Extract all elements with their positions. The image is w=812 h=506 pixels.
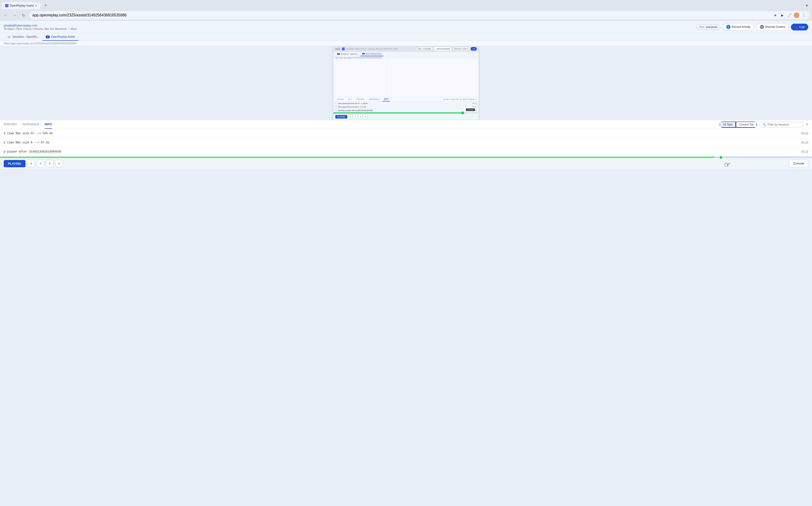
nested-tab-bar: 1 Sessions · OpenRe... 2 OpenReplay Assi… xyxy=(333,52,479,57)
url-text: app.openreplay.com/2325/assist/314925643… xyxy=(32,13,127,17)
nested-ctrl-btn-3[interactable]: + xyxy=(359,114,363,119)
nested-panels xyxy=(333,59,479,97)
inner-url-bar: https://app.openreplay.com/2325/assist/3… xyxy=(0,41,812,46)
main-playing-button[interactable]: PLAYING xyxy=(4,160,25,167)
nested-console: Console ALL ERRORS WARNINGS INFO All Tab… xyxy=(333,97,479,112)
console-tabs-bar: ERRORS WARNINGS INFO All Tabs Current Ta… xyxy=(0,120,812,129)
console-tab-warnings[interactable]: WARNINGS xyxy=(22,120,39,129)
headset-icon: 🎧 xyxy=(795,25,798,29)
forward-button[interactable]: → xyxy=(11,12,18,18)
inner-tab-sessions[interactable]: 1 Sessions · OpenRe... xyxy=(4,33,42,41)
nested-panel-right xyxy=(387,59,479,97)
plan-badge: Plan enterprise xyxy=(696,24,720,29)
bookmark-icon[interactable]: ★ xyxy=(773,13,778,18)
console-right-controls: All Tabs Current Tab 🔍 × xyxy=(719,121,808,128)
user-email: ghaida@openreplay.com xyxy=(4,24,696,27)
menu-button[interactable]: ⋮ xyxy=(801,13,806,18)
nested-console-tab-bar: Console ALL ERRORS WARNINGS INFO All Tab… xyxy=(333,97,479,102)
console-popup-button[interactable]: Console xyxy=(789,160,808,167)
profile-avatar[interactable] xyxy=(794,12,799,18)
new-tab-button[interactable]: + xyxy=(41,1,50,10)
nested-filter-all-tabs[interactable]: All Tabs xyxy=(443,98,449,100)
log-time-3: 65:22 xyxy=(801,150,808,153)
console-filter-input-wrapper[interactable]: 🔍 xyxy=(759,122,803,128)
bottom-controls-bar: PLAYING + + + + Console ☞ xyxy=(0,157,812,169)
nested-filter-search-icon: 🔍 xyxy=(460,98,462,100)
nested-session-preview: Back 10:18am · Paris, France · Chrome, M… xyxy=(333,46,479,120)
nested-ctrl-btn-1[interactable]: + xyxy=(348,114,352,119)
console-tab-errors[interactable]: ERRORS xyxy=(4,120,17,129)
nested-tab-assist[interactable]: 2 OpenReplay Assist xyxy=(360,52,384,56)
extensions-icon[interactable]: 🧷 xyxy=(787,13,792,18)
remote-icon: ⊡ xyxy=(760,25,764,29)
address-bar[interactable]: app.openreplay.com/2325/assist/314925643… xyxy=(29,11,810,19)
user-info: ghaida@openreplay.com 10:18am • Paris, F… xyxy=(4,24,696,30)
log-text-2: k time 0ms size 6 --> 67 kb xyxy=(4,141,801,144)
nested-user-meta: 10:18am · Paris, France · Chrome, Mac OS… xyxy=(346,48,414,50)
user-meta: 10:18am • Paris, France • Chrome, Mac OS… xyxy=(4,27,696,30)
nested-remote-button[interactable]: Remote Control xyxy=(453,47,469,51)
main-controls-row: PLAYING + + + + xyxy=(0,158,812,169)
nested-tab-sessions[interactable]: 1 Sessions · OpenRe... xyxy=(335,52,360,56)
nested-console-filter: All Tabs Current Tab 🔍 Filter by keyword… xyxy=(443,98,477,100)
plan-value: enterprise xyxy=(706,25,717,28)
nested-record-button[interactable]: ● Record Activity xyxy=(434,47,451,51)
nested-tab-errors[interactable]: ERRORS xyxy=(355,97,366,101)
back-button[interactable]: ← xyxy=(2,12,9,18)
nested-tab-warnings[interactable]: WARNINGS xyxy=(368,97,381,101)
tab-dropdown-button[interactable]: ▾ xyxy=(804,2,810,9)
nested-ctrl-btn-2[interactable]: + xyxy=(353,114,358,119)
nested-call-button[interactable]: Call xyxy=(471,47,477,51)
app-header: ghaida@openreplay.com 10:18am • Paris, F… xyxy=(0,21,812,33)
tab-favicon xyxy=(5,4,8,7)
main-ctrl-btn-4[interactable]: + xyxy=(56,160,63,167)
assist-tab-num: 2 xyxy=(46,35,50,38)
nested-filter-keyword: Filter by keyword xyxy=(463,98,475,100)
log-time-1: 65:19 xyxy=(801,132,808,135)
main-ctrl-btn-1[interactable]: + xyxy=(27,160,35,167)
inner-tab-assist[interactable]: 2 OpenReplay Assist xyxy=(42,33,78,41)
filter-current-tab-button[interactable]: Current Tab xyxy=(736,121,757,128)
browser-tab-active[interactable]: OpenReplay Assist × xyxy=(2,2,40,9)
main-progress-dot xyxy=(719,156,723,159)
remote-control-button[interactable]: ⊡ Remote Control xyxy=(756,23,789,31)
record-activity-button[interactable]: ● Record Activity xyxy=(723,23,754,31)
nested-tab-console[interactable]: Console xyxy=(335,97,345,101)
call-button[interactable]: 🎧 Call xyxy=(791,24,808,30)
header-actions: Plan enterprise ● Record Activity ⊡ Remo… xyxy=(696,23,808,31)
sessions-tab-num: 1 xyxy=(7,35,11,38)
main-progress-fill xyxy=(0,157,715,158)
log-text-1: k time 9ms size 57 --> 329 kb xyxy=(4,132,801,135)
log-row-2: k time 0ms size 6 --> 67 kb 65:20 xyxy=(4,138,808,147)
play-icon[interactable]: ▶ xyxy=(780,13,785,18)
nested-console-button[interactable]: Console xyxy=(466,108,475,111)
console-filter-input[interactable] xyxy=(768,123,800,126)
nested-progress-controls: PLAYING + + + + Console xyxy=(333,114,479,120)
assist-tab-label: OpenReplay Assist xyxy=(51,35,75,38)
main-progress-bar[interactable] xyxy=(0,157,812,158)
main-ctrl-btn-2[interactable]: + xyxy=(37,160,44,167)
nested-play-button[interactable]: PLAYING xyxy=(335,115,347,118)
filter-all-tabs-button[interactable]: All Tabs xyxy=(719,121,736,128)
nested-plan-badge: Plan enterprise xyxy=(416,47,433,51)
tab-close-button[interactable]: × xyxy=(35,4,37,7)
log-row-3: p player after 3149313501814964939 65:22 xyxy=(4,147,808,157)
nested-tab-info[interactable]: INFO xyxy=(383,97,390,101)
nested-back-button[interactable]: Back xyxy=(335,48,340,50)
nested-filter-current-tab[interactable]: Current Tab xyxy=(450,98,459,100)
close-console-button[interactable]: × xyxy=(806,122,808,127)
inner-tab-bar: 1 Sessions · OpenRe... 2 OpenReplay Assi… xyxy=(0,33,812,41)
nested-tab-all[interactable]: ALL xyxy=(347,97,353,101)
reload-button[interactable]: ↻ xyxy=(20,12,27,18)
console-log-area: k time 9ms size 57 --> 329 kb 65:19 k ti… xyxy=(0,129,812,157)
session-preview-area: Back 10:18am · Paris, France · Chrome, M… xyxy=(0,46,812,120)
main-ctrl-btn-3[interactable]: + xyxy=(46,160,54,167)
record-icon: ● xyxy=(726,25,730,29)
more-link[interactable]: More xyxy=(71,27,76,30)
nested-ctrl-btn-4[interactable]: + xyxy=(364,114,368,119)
console-tab-info[interactable]: INFO xyxy=(45,120,52,129)
log-row-1: k time 9ms size 57 --> 329 kb 65:19 xyxy=(4,129,808,138)
nested-header-actions: Plan enterprise ● Record Activity Remote… xyxy=(416,47,477,51)
log-time-2: 65:20 xyxy=(801,141,808,144)
nested-filter-close[interactable]: × xyxy=(476,98,477,100)
